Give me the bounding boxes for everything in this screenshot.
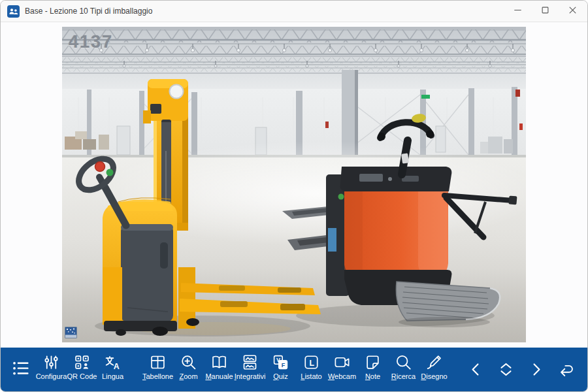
menu-button[interactable] — [6, 348, 36, 391]
toolbar-button-label: Manuale — [205, 372, 233, 380]
toolbar-button-label: Disegno — [421, 372, 447, 380]
app-logo-icon — [7, 5, 20, 18]
video-camera-icon — [333, 353, 351, 371]
toolbar: Configura QR Code A Lingua Tabellone Zoo… — [1, 348, 587, 391]
toolbar-button-label: Integrativi — [235, 372, 266, 380]
zoom-in-icon — [180, 353, 197, 371]
pen-icon — [425, 353, 443, 371]
chevron-right-icon — [527, 361, 545, 378]
toolbar-button-configura[interactable]: Configura — [36, 348, 67, 391]
note-page-icon — [364, 353, 382, 371]
toolbar-button-label: Lingua — [102, 372, 123, 380]
previous-button[interactable] — [461, 348, 491, 391]
close-icon — [566, 3, 580, 19]
minimize-icon — [511, 3, 525, 19]
toolbar-button-label: QR Code — [67, 372, 97, 380]
search-icon — [395, 353, 412, 371]
return-button[interactable] — [551, 348, 581, 391]
true-false-icon: VF — [272, 353, 289, 371]
watermark-thumbnail — [65, 327, 76, 338]
window-title: Base - Lezione 10 Tipi di imballaggio — [25, 7, 152, 16]
stacked-images-icon — [241, 353, 259, 371]
toolbar-button-label: Tabellone — [142, 372, 173, 380]
toolbar-button-label: Ricerca — [391, 372, 416, 380]
toolbar-button-label: Webcam — [328, 372, 356, 380]
toolbar-nav-group — [461, 348, 587, 391]
toolbar-button-listato[interactable]: L Listato — [296, 348, 327, 391]
content-area: 4137 — [1, 23, 587, 348]
toolbar-button-manuale[interactable]: Manuale — [204, 348, 235, 391]
return-arrow-icon — [557, 361, 575, 378]
scroll-button[interactable] — [491, 348, 521, 391]
warehouse-illustration — [62, 27, 526, 342]
toolbar-button-ricerca[interactable]: Ricerca — [388, 348, 419, 391]
lesson-image: 4137 — [62, 27, 526, 342]
toolbar-button-disegno[interactable]: Disegno — [419, 348, 449, 391]
toolbar-button-note[interactable]: Note — [357, 348, 388, 391]
maximize-button[interactable] — [531, 1, 559, 22]
svg-text:A: A — [114, 362, 120, 371]
next-button[interactable] — [521, 348, 551, 391]
chevrons-up-down-icon — [497, 361, 515, 378]
close-button[interactable] — [559, 1, 586, 22]
maximize-icon — [538, 3, 552, 19]
toolbar-button-label: Quiz — [273, 372, 288, 380]
svg-text:F: F — [282, 362, 286, 368]
toolbar-button-zoom[interactable]: Zoom — [173, 348, 204, 391]
window-controls — [504, 1, 587, 22]
svg-text:L: L — [309, 359, 314, 368]
toolbar-button-tabellone[interactable]: Tabellone — [142, 348, 173, 391]
toolbar-button-lingua[interactable]: A Lingua — [97, 348, 128, 391]
open-book-icon — [210, 353, 228, 371]
sliders-icon — [42, 353, 60, 371]
minimize-button[interactable] — [504, 1, 531, 22]
bulleted-list-icon — [11, 359, 31, 380]
toolbar-button-qr-code[interactable]: QR Code — [67, 348, 97, 391]
toolbar-button-integrativi[interactable]: Integrativi — [235, 348, 265, 391]
toolbar-button-label: Listato — [301, 372, 321, 380]
toolbar-button-label: Note — [365, 372, 380, 380]
toolbar-group-divider — [128, 348, 142, 391]
qr-code-icon — [73, 353, 91, 371]
translate-icon: A — [104, 353, 122, 371]
toolbar-button-quiz[interactable]: VF Quiz — [265, 348, 296, 391]
image-code-overlay: 4137 — [69, 32, 113, 52]
chevron-left-icon — [467, 361, 485, 378]
titlebar: Base - Lezione 10 Tipi di imballaggio — [1, 1, 587, 22]
l-square-icon: L — [302, 353, 320, 371]
toolbar-button-label: Configura — [36, 372, 67, 380]
table-grid-icon — [149, 353, 167, 371]
toolbar-button-webcam[interactable]: Webcam — [327, 348, 357, 391]
app-window: Base - Lezione 10 Tipi di imballaggio — [0, 0, 588, 392]
toolbar-button-label: Zoom — [179, 372, 197, 380]
